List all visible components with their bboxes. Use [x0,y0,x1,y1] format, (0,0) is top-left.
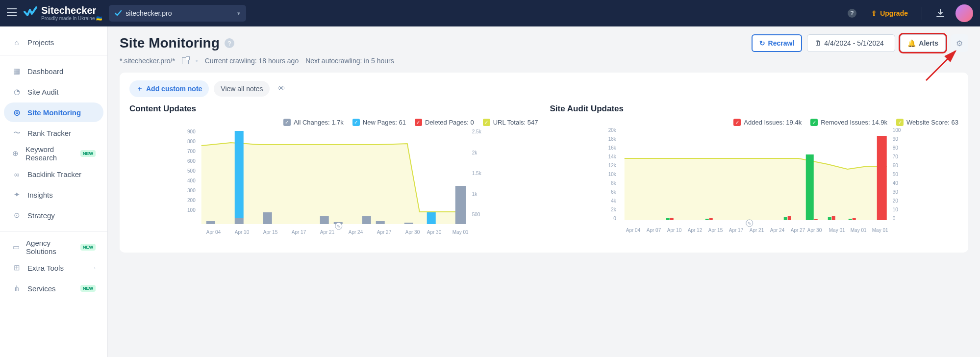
settings-button[interactable]: ⚙ [951,34,968,52]
recrawl-button[interactable]: ↻ Recrawl [752,34,803,52]
add-note-button[interactable]: ＋ Add custom note [129,80,209,97]
help-tooltip-icon[interactable]: ? [225,38,234,48]
svg-text:May 01: May 01 [872,228,888,233]
svg-text:0: 0 [892,216,895,221]
new-badge: NEW [80,244,96,251]
svg-rect-25 [427,212,436,224]
svg-rect-70 [831,216,835,220]
crawl-status: Current crawling: 18 hours ago [205,57,299,65]
svg-text:Apr 10: Apr 10 [667,228,681,233]
sidebar-item-dashboard[interactable]: ▦ Dashboard [4,61,103,81]
legend-added-issues[interactable]: ✓Added Issues: 19.4k [733,119,802,126]
sidebar-item-agency-solutions[interactable]: ▭ Agency Solutions NEW [4,237,103,257]
grid-icon: ▦ [12,67,22,76]
svg-text:100: 100 [187,207,196,213]
sidebar-item-site-monitoring[interactable]: ◎ Site Monitoring [4,102,103,122]
download-button[interactable] [932,5,949,22]
sidebar-item-projects[interactable]: ⌂ Projects [4,32,103,52]
date-range-picker[interactable]: 🗓 4/4/2024 - 5/1/2024 [807,34,895,52]
compass-icon: ⊙ [12,211,22,220]
svg-text:60: 60 [892,163,898,168]
svg-text:Apr 17: Apr 17 [729,228,743,233]
svg-text:0: 0 [613,216,616,221]
svg-text:Apr 04: Apr 04 [626,228,640,233]
nodes-icon: ⋔ [12,284,22,293]
svg-rect-19 [263,212,272,224]
selected-site-label: sitechecker.pro [126,9,172,17]
external-link-icon[interactable] [182,57,189,64]
legend-all-changes[interactable]: ✓All Changes: 1.7k [283,119,344,126]
svg-rect-17 [235,218,244,224]
svg-text:Apr 30: Apr 30 [405,230,420,235]
svg-text:2k: 2k [611,207,617,212]
svg-rect-20 [320,216,329,224]
svg-text:1.5k: 1.5k [472,171,482,176]
gear-icon: ⚙ [956,39,963,48]
sidebar-item-keyword-research[interactable]: ⊕ Keyword Research NEW [4,144,103,163]
next-crawl: Next autocrawling: in 5 hours [305,57,394,65]
domain-pattern: *.sitechecker.pro/* [120,57,175,65]
svg-rect-64 [709,218,712,220]
legend-url-totals[interactable]: ✓URL Totals: 547 [483,119,538,126]
sidebar-item-services[interactable]: ⋔ Services NEW [4,279,103,298]
visibility-toggle[interactable]: 👁 [275,81,288,96]
new-badge: NEW [80,285,96,292]
main-content: Site Monitoring ? ↻ Recrawl 🗓 4/4/2024 -… [108,26,980,357]
site-selector-dropdown[interactable]: sitechecker.pro ▾ [109,5,246,22]
svg-text:600: 600 [187,158,196,164]
legend-deleted-pages[interactable]: ✓Deleted Pages: 0 [415,119,474,126]
divider [922,7,922,20]
alerts-button[interactable]: 🔔 Alerts [900,34,946,52]
svg-rect-26 [455,186,466,224]
page-title: Site Monitoring [120,35,220,51]
sidebar-item-backlink-tracker[interactable]: ∞ Backlink Tracker [4,164,103,184]
svg-text:30: 30 [892,189,898,195]
user-avatar[interactable] [955,4,973,22]
brand-logo[interactable]: Sitechecker Proudly made in Ukraine 🇺🇦 [24,5,102,21]
svg-text:May 01: May 01 [452,230,469,235]
svg-rect-24 [404,223,413,224]
upgrade-link[interactable]: ⇧ Upgrade [867,9,912,17]
sidebar-item-extra-tools[interactable]: ⊞ Extra Tools › [4,258,103,278]
legend-removed-issues[interactable]: ✓Removed Issues: 14.9k [810,119,887,126]
sidebar-item-site-audit[interactable]: ◔ Site Audit [4,82,103,102]
legend-website-score[interactable]: ✓Website Score: 63 [896,119,958,126]
view-notes-button[interactable]: View all notes [214,81,270,97]
check-icon [115,10,122,16]
svg-text:16k: 16k [608,145,616,151]
svg-text:May 01: May 01 [829,228,845,233]
svg-text:2.5k: 2.5k [472,129,482,134]
svg-rect-16 [206,221,215,224]
svg-text:Apr 24: Apr 24 [770,228,784,233]
help-button[interactable]: ? [844,5,860,22]
svg-text:✎: ✎ [747,221,751,226]
svg-text:800: 800 [187,139,196,144]
search-target-icon: ⊕ [12,149,20,158]
svg-text:Apr 21: Apr 21 [749,228,764,233]
chevron-right-icon: › [94,265,96,271]
wand-icon: ✦ [12,190,22,199]
target-icon: ◎ [12,108,22,117]
eye-icon: 👁 [277,84,285,93]
svg-text:70: 70 [892,154,898,159]
svg-text:1k: 1k [472,191,478,197]
sidebar-item-strategy[interactable]: ⊙ Strategy [4,205,103,225]
svg-text:10k: 10k [608,172,616,177]
menu-toggle-button[interactable] [7,8,17,18]
site-audit-updates-chart: Site Audit Updates ✓Added Issues: 19.4k … [550,104,959,249]
svg-rect-68 [814,219,817,220]
svg-rect-18 [235,131,244,218]
svg-text:200: 200 [187,198,196,203]
sidebar: ⌂ Projects ▦ Dashboard ◔ Site Audit ◎ Si… [0,26,108,357]
content-updates-chart: Content Updates ✓All Changes: 1.7k ✓New … [129,104,538,249]
svg-text:Apr 10: Apr 10 [235,230,250,235]
svg-text:Apr 30: Apr 30 [807,228,822,233]
gauge-icon: ◔ [12,87,22,96]
brand-tagline: Proudly made in Ukraine 🇺🇦 [41,16,102,21]
home-icon: ⌂ [12,38,22,47]
svg-text:6k: 6k [611,189,617,195]
sidebar-item-rank-tracker[interactable]: 〜 Rank Tracker [4,123,103,143]
sidebar-item-insights[interactable]: ✦ Insights [4,185,103,204]
legend-new-pages[interactable]: ✓New Pages: 61 [352,119,406,126]
svg-text:20: 20 [892,198,898,204]
